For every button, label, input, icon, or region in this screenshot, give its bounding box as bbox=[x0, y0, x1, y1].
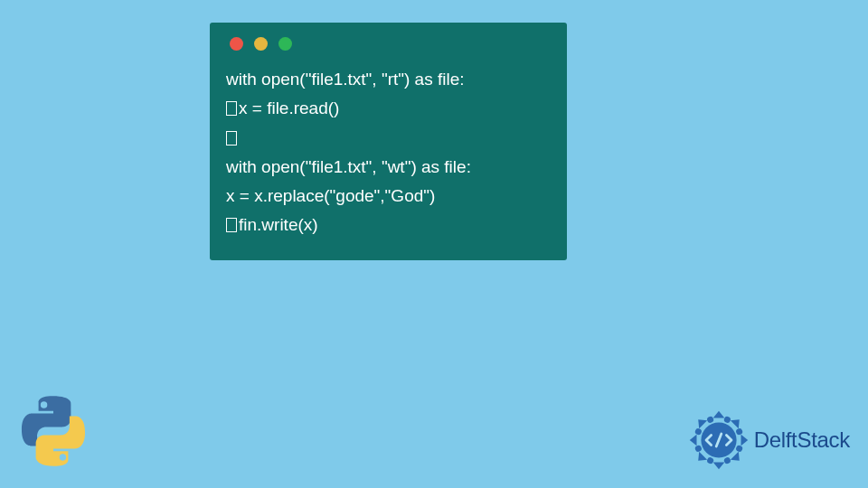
svg-marker-6 bbox=[693, 452, 706, 465]
svg-marker-4 bbox=[730, 452, 742, 465]
code-window: with open("file1.txt", "rt") as file: x … bbox=[210, 23, 567, 260]
svg-marker-1 bbox=[712, 411, 724, 418]
code-line: x = x.replace("gode","God") bbox=[226, 182, 551, 211]
svg-marker-3 bbox=[741, 435, 748, 446]
whitespace-glyph-icon bbox=[226, 101, 237, 116]
close-dot bbox=[230, 37, 243, 51]
code-line: with open("file1.txt", "wt") as file: bbox=[226, 153, 551, 182]
svg-point-15 bbox=[693, 427, 702, 436]
brand-name: DelftStack bbox=[754, 427, 850, 453]
python-logo-icon bbox=[16, 394, 90, 472]
svg-point-10 bbox=[735, 427, 743, 436]
code-line: with open("file1.txt", "rt") as file: bbox=[226, 65, 551, 94]
traffic-lights bbox=[230, 37, 551, 51]
code-line bbox=[226, 124, 551, 153]
code-block: with open("file1.txt", "rt") as file: x … bbox=[226, 65, 551, 240]
svg-marker-7 bbox=[689, 435, 696, 446]
code-line: fin.write(x) bbox=[226, 211, 551, 239]
svg-point-12 bbox=[722, 456, 731, 465]
svg-point-11 bbox=[735, 445, 743, 453]
svg-marker-5 bbox=[712, 463, 724, 470]
delftstack-logo: DelftStack bbox=[687, 408, 850, 472]
svg-point-16 bbox=[706, 416, 714, 424]
maximize-dot bbox=[278, 37, 292, 51]
code-line: x = file.read() bbox=[226, 94, 551, 123]
svg-point-14 bbox=[693, 445, 702, 453]
delftstack-badge-icon bbox=[687, 408, 750, 472]
svg-point-13 bbox=[706, 456, 714, 465]
svg-marker-2 bbox=[730, 416, 742, 428]
svg-marker-8 bbox=[693, 416, 706, 428]
svg-point-9 bbox=[722, 416, 731, 424]
whitespace-glyph-icon bbox=[226, 218, 237, 232]
minimize-dot bbox=[254, 37, 268, 51]
whitespace-glyph-icon bbox=[226, 131, 237, 145]
